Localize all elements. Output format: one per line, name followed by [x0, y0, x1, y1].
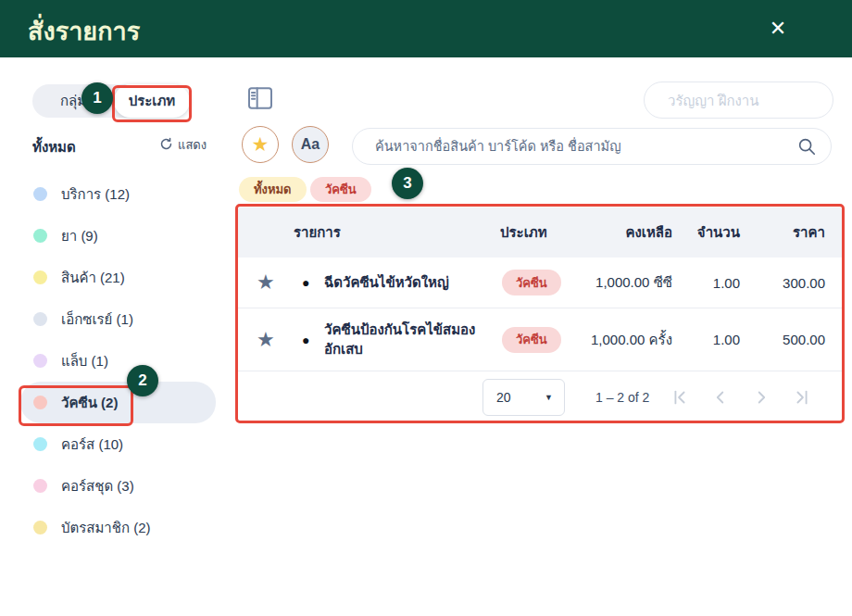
- next-page-icon[interactable]: [751, 387, 771, 408]
- type-chip: วัคซีน: [502, 270, 561, 295]
- column-header-price: ราคา: [793, 207, 825, 258]
- show-refresh-button[interactable]: แสดง: [159, 135, 207, 155]
- text-size-button[interactable]: Aa: [292, 126, 329, 163]
- sidebar-item-label: ยา (9): [61, 225, 98, 247]
- category-list: บริการ (12) ยา (9) สินค้า (21) เอ็กซเรย์…: [20, 173, 216, 548]
- order-items-dialog: สั่งรายการ ✕ กลุ่ม ประเภท ทั้งหมด แสดง บ…: [0, 0, 852, 616]
- page-size-select[interactable]: 20 ▼: [482, 379, 565, 416]
- remaining-cell: 1,000.00 ครั้ง: [591, 308, 672, 371]
- category-color-dot: [33, 437, 47, 451]
- page-size-value: 20: [496, 380, 511, 415]
- chip-label: วัคซีน: [325, 180, 357, 199]
- last-page-icon[interactable]: [792, 387, 812, 408]
- sidebar-item-label: คอร์สชุด (3): [61, 475, 134, 497]
- search-input[interactable]: [352, 128, 832, 165]
- price-cell: 500.00: [783, 308, 825, 371]
- search-icon[interactable]: [796, 136, 817, 157]
- sidebar-all-label: ทั้งหมด: [32, 136, 76, 158]
- category-color-dot: [33, 479, 47, 493]
- chevron-down-icon: ▼: [545, 380, 553, 415]
- sidebar-item-services[interactable]: บริการ (12): [20, 173, 216, 215]
- sidebar-item-label: คอร์ส (10): [61, 434, 123, 456]
- category-color-dot: [33, 521, 47, 534]
- favorite-star-icon[interactable]: ★: [257, 258, 275, 308]
- bullet-icon: ●: [302, 308, 309, 371]
- toggle-type-tab[interactable]: ประเภท: [114, 84, 190, 118]
- user-name-field[interactable]: [644, 82, 833, 119]
- column-header-type: ประเภท: [500, 207, 547, 258]
- sidebar-item-lab[interactable]: แล็บ (1): [20, 340, 216, 382]
- quantity-cell: 1.00: [713, 308, 740, 371]
- sidebar-item-label: เอ็กซเรย์ (1): [61, 308, 133, 331]
- text-size-icon: Aa: [301, 136, 320, 153]
- first-page-icon[interactable]: [670, 387, 690, 408]
- bullet-icon: ●: [302, 258, 309, 308]
- sidebar-item-vaccine[interactable]: วัคซีน (2): [20, 382, 216, 423]
- column-header-remaining: คงเหลือ: [625, 207, 672, 258]
- category-color-dot: [33, 312, 47, 326]
- sidebar-item-label: วัคซีน (2): [61, 392, 118, 414]
- close-icon[interactable]: ✕: [765, 16, 791, 42]
- annotation-step-2-badge: 2: [127, 365, 158, 396]
- star-icon: ★: [252, 133, 269, 156]
- category-color-dot: [33, 229, 47, 243]
- sidebar-item-label: สินค้า (21): [61, 267, 125, 289]
- pagination-nav: [670, 387, 812, 408]
- quantity-cell: 1.00: [713, 258, 740, 308]
- type-chip: วัคซีน: [502, 327, 561, 353]
- category-color-dot: [33, 187, 47, 201]
- item-name: วัคซีนป้องกันโรคไข้สมองอักเสบ: [324, 308, 493, 371]
- table-row[interactable]: ★ ● วัคซีนป้องกันโรคไข้สมองอักเสบ วัคซีน…: [238, 308, 842, 371]
- previous-page-icon[interactable]: [710, 387, 731, 408]
- favorites-filter-button[interactable]: ★: [242, 126, 279, 163]
- table-row[interactable]: ★ ● ฉีดวัคซีนไข้หวัดใหญ่ วัคซีน 1,000.00…: [238, 258, 842, 308]
- column-header-quantity: จำนวน: [697, 207, 740, 258]
- sidebar-item-course[interactable]: คอร์ส (10): [20, 423, 216, 465]
- filter-chip-vaccine[interactable]: วัคซีน: [310, 177, 371, 202]
- item-name: ฉีดวัคซีนไข้หวัดใหญ่: [324, 258, 493, 308]
- show-label: แสดง: [178, 135, 207, 155]
- layout-panel-icon[interactable]: [245, 83, 275, 113]
- dialog-title: สั่งรายการ: [28, 11, 140, 51]
- sidebar-item-label: แล็บ (1): [61, 350, 108, 372]
- category-color-dot: [33, 354, 47, 368]
- category-color-dot: [33, 396, 47, 409]
- annotation-step-1-badge: 1: [81, 82, 113, 114]
- sidebar-item-xray[interactable]: เอ็กซเรย์ (1): [20, 298, 216, 340]
- pagination-bar: 20 ▼ 1 – 2 of 2: [238, 376, 842, 421]
- annotation-step-3-badge: 3: [392, 168, 423, 199]
- table-header-row: รายการ ประเภท คงเหลือ จำนวน ราคา: [238, 207, 842, 258]
- column-header-item: รายการ: [294, 207, 341, 258]
- favorite-star-icon[interactable]: ★: [257, 308, 275, 371]
- price-cell: 300.00: [783, 258, 825, 308]
- pagination-range-label: 1 – 2 of 2: [595, 376, 649, 419]
- sidebar-item-label: บัตรสมาชิก (2): [61, 517, 151, 539]
- remaining-cell: 1,000.00 ซีซี: [595, 258, 672, 308]
- dialog-header: สั่งรายการ ✕: [0, 0, 852, 57]
- sidebar-item-course-set[interactable]: คอร์สชุด (3): [20, 465, 216, 507]
- category-color-dot: [33, 270, 47, 284]
- filter-chip-all[interactable]: ทั้งหมด: [239, 177, 307, 202]
- sidebar-item-label: บริการ (12): [61, 183, 130, 206]
- refresh-icon: [159, 137, 173, 154]
- chip-label: ทั้งหมด: [254, 180, 292, 199]
- sidebar-item-products[interactable]: สินค้า (21): [20, 257, 216, 298]
- items-table: รายการ ประเภท คงเหลือ จำนวน ราคา ★ ● ฉีด…: [235, 204, 845, 423]
- sidebar-item-member-card[interactable]: บัตรสมาชิก (2): [20, 507, 216, 548]
- sidebar-item-drugs[interactable]: ยา (9): [20, 215, 216, 257]
- search-bar: [352, 128, 832, 165]
